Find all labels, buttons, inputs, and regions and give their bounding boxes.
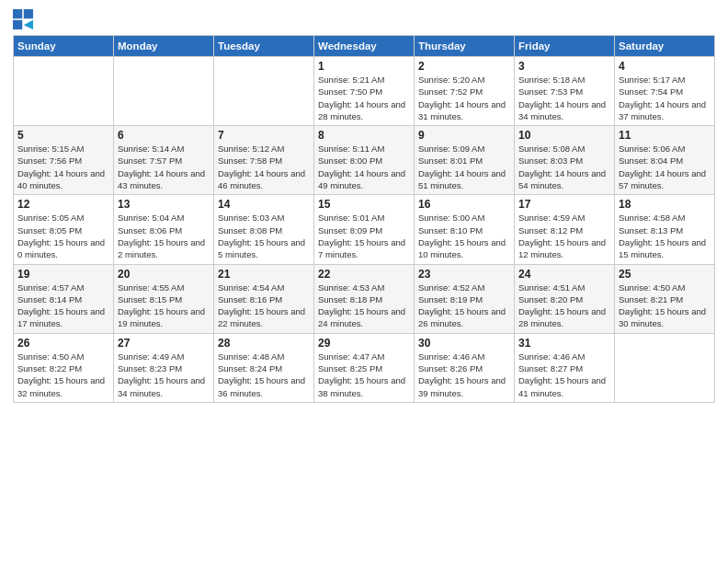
day-number: 3 [518,60,610,73]
calendar-cell: 12Sunrise: 5:05 AMSunset: 8:05 PMDayligh… [14,195,114,264]
calendar-cell: 25Sunrise: 4:50 AMSunset: 8:21 PMDayligh… [615,264,715,333]
day-info: Sunrise: 4:48 AMSunset: 8:24 PMDaylight:… [218,350,310,399]
calendar-cell: 14Sunrise: 5:03 AMSunset: 8:08 PMDayligh… [214,195,314,264]
calendar-cell: 26Sunrise: 4:50 AMSunset: 8:22 PMDayligh… [14,333,114,402]
day-info: Sunrise: 5:18 AMSunset: 7:53 PMDaylight:… [518,74,610,122]
calendar-cell [615,333,715,402]
day-info: Sunrise: 4:59 AMSunset: 8:12 PMDaylight:… [518,212,610,260]
calendar-page: SundayMondayTuesdayWednesdayThursdayFrid… [0,0,728,412]
calendar-cell: 18Sunrise: 4:58 AMSunset: 8:13 PMDayligh… [615,195,715,264]
svg-marker-3 [24,20,33,29]
calendar-cell: 31Sunrise: 4:46 AMSunset: 8:27 PMDayligh… [515,333,615,402]
svg-rect-2 [13,20,22,29]
day-info: Sunrise: 4:49 AMSunset: 8:23 PMDaylight:… [118,350,210,399]
day-number: 1 [318,60,410,73]
day-number: 28 [218,337,310,350]
calendar-cell: 27Sunrise: 4:49 AMSunset: 8:23 PMDayligh… [114,333,214,402]
weekday-header-row: SundayMondayTuesdayWednesdayThursdayFrid… [14,36,715,57]
calendar-cell: 30Sunrise: 4:46 AMSunset: 8:26 PMDayligh… [415,333,515,402]
week-row-5: 26Sunrise: 4:50 AMSunset: 8:22 PMDayligh… [14,333,715,402]
day-info: Sunrise: 4:50 AMSunset: 8:21 PMDaylight:… [619,282,711,330]
day-info: Sunrise: 4:46 AMSunset: 8:26 PMDaylight:… [418,350,510,399]
calendar-cell [14,57,114,126]
day-number: 9 [418,129,510,142]
day-info: Sunrise: 4:47 AMSunset: 8:25 PMDaylight:… [318,350,410,399]
calendar-cell: 8Sunrise: 5:11 AMSunset: 8:00 PMDaylight… [314,126,415,195]
calendar-cell: 19Sunrise: 4:57 AMSunset: 8:14 PMDayligh… [14,264,114,333]
day-number: 10 [518,129,610,142]
day-number: 13 [118,198,210,211]
day-info: Sunrise: 5:04 AMSunset: 8:06 PMDaylight:… [118,212,210,260]
week-row-2: 5Sunrise: 5:15 AMSunset: 7:56 PMDaylight… [14,126,715,195]
week-row-3: 12Sunrise: 5:05 AMSunset: 8:05 PMDayligh… [14,195,715,264]
calendar-cell: 9Sunrise: 5:09 AMSunset: 8:01 PMDaylight… [415,126,515,195]
day-number: 27 [118,337,210,350]
day-info: Sunrise: 5:17 AMSunset: 7:54 PMDaylight:… [619,74,711,122]
calendar-cell: 24Sunrise: 4:51 AMSunset: 8:20 PMDayligh… [515,264,615,333]
calendar-cell: 15Sunrise: 5:01 AMSunset: 8:09 PMDayligh… [314,195,415,264]
day-info: Sunrise: 4:55 AMSunset: 8:15 PMDaylight:… [118,282,210,330]
day-number: 8 [318,129,410,142]
day-info: Sunrise: 5:03 AMSunset: 8:08 PMDaylight:… [218,212,310,260]
day-info: Sunrise: 4:46 AMSunset: 8:27 PMDaylight:… [518,350,610,399]
day-number: 25 [619,268,711,281]
logo [13,9,35,29]
day-number: 4 [619,60,711,73]
day-number: 29 [318,337,410,350]
day-info: Sunrise: 5:01 AMSunset: 8:09 PMDaylight:… [318,212,410,260]
day-info: Sunrise: 4:51 AMSunset: 8:20 PMDaylight:… [518,282,610,330]
calendar-cell: 10Sunrise: 5:08 AMSunset: 8:03 PMDayligh… [515,126,615,195]
day-info: Sunrise: 4:52 AMSunset: 8:19 PMDaylight:… [418,282,510,330]
calendar-cell: 3Sunrise: 5:18 AMSunset: 7:53 PMDaylight… [515,57,615,126]
week-row-1: 1Sunrise: 5:21 AMSunset: 7:50 PMDaylight… [14,57,715,126]
day-info: Sunrise: 5:00 AMSunset: 8:10 PMDaylight:… [418,212,510,260]
calendar-table: SundayMondayTuesdayWednesdayThursdayFrid… [13,35,715,403]
svg-rect-0 [13,9,22,18]
day-number: 24 [518,268,610,281]
day-info: Sunrise: 4:54 AMSunset: 8:16 PMDaylight:… [218,282,310,330]
calendar-cell: 17Sunrise: 4:59 AMSunset: 8:12 PMDayligh… [515,195,615,264]
day-number: 5 [17,129,109,142]
calendar-cell [214,57,314,126]
week-row-4: 19Sunrise: 4:57 AMSunset: 8:14 PMDayligh… [14,264,715,333]
day-number: 11 [619,129,711,142]
day-info: Sunrise: 4:50 AMSunset: 8:22 PMDaylight:… [17,350,109,399]
calendar-cell: 2Sunrise: 5:20 AMSunset: 7:52 PMDaylight… [415,57,515,126]
calendar-cell: 7Sunrise: 5:12 AMSunset: 7:58 PMDaylight… [214,126,314,195]
day-number: 19 [17,268,109,281]
calendar-cell: 11Sunrise: 5:06 AMSunset: 8:04 PMDayligh… [615,126,715,195]
calendar-cell: 13Sunrise: 5:04 AMSunset: 8:06 PMDayligh… [114,195,214,264]
day-number: 17 [518,198,610,211]
weekday-header-saturday: Saturday [615,36,715,57]
day-number: 7 [218,129,310,142]
calendar-cell: 21Sunrise: 4:54 AMSunset: 8:16 PMDayligh… [214,264,314,333]
day-number: 14 [218,198,310,211]
calendar-cell: 23Sunrise: 4:52 AMSunset: 8:19 PMDayligh… [415,264,515,333]
day-info: Sunrise: 5:09 AMSunset: 8:01 PMDaylight:… [418,143,510,191]
day-number: 31 [518,337,610,350]
calendar-cell: 20Sunrise: 4:55 AMSunset: 8:15 PMDayligh… [114,264,214,333]
calendar-cell: 4Sunrise: 5:17 AMSunset: 7:54 PMDaylight… [615,57,715,126]
day-info: Sunrise: 5:21 AMSunset: 7:50 PMDaylight:… [318,74,410,122]
weekday-header-wednesday: Wednesday [314,36,415,57]
day-number: 22 [318,268,410,281]
weekday-header-friday: Friday [515,36,615,57]
day-info: Sunrise: 5:11 AMSunset: 8:00 PMDaylight:… [318,143,410,191]
calendar-cell: 1Sunrise: 5:21 AMSunset: 7:50 PMDaylight… [314,57,415,126]
day-number: 30 [418,337,510,350]
day-number: 6 [118,129,210,142]
weekday-header-sunday: Sunday [14,36,114,57]
day-number: 15 [318,198,410,211]
day-number: 2 [418,60,510,73]
day-info: Sunrise: 5:12 AMSunset: 7:58 PMDaylight:… [218,143,310,191]
day-info: Sunrise: 4:58 AMSunset: 8:13 PMDaylight:… [619,212,711,260]
calendar-cell: 22Sunrise: 4:53 AMSunset: 8:18 PMDayligh… [314,264,415,333]
calendar-cell: 6Sunrise: 5:14 AMSunset: 7:57 PMDaylight… [114,126,214,195]
day-number: 23 [418,268,510,281]
day-info: Sunrise: 4:57 AMSunset: 8:14 PMDaylight:… [17,282,109,330]
day-info: Sunrise: 5:05 AMSunset: 8:05 PMDaylight:… [17,212,109,260]
calendar-cell: 16Sunrise: 5:00 AMSunset: 8:10 PMDayligh… [415,195,515,264]
day-info: Sunrise: 5:14 AMSunset: 7:57 PMDaylight:… [118,143,210,191]
day-number: 26 [17,337,109,350]
day-number: 16 [418,198,510,211]
